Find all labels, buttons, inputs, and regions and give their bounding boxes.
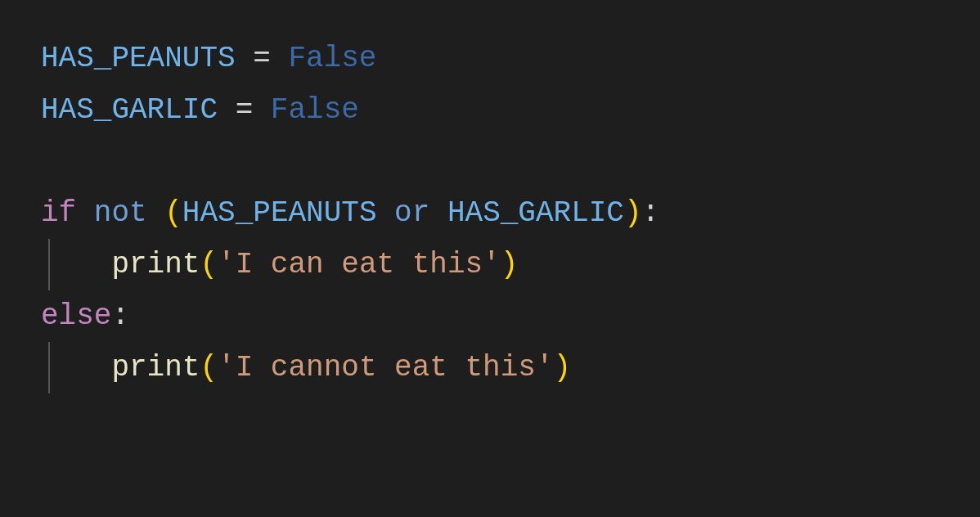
string-literal: 'I can eat this' <box>218 248 501 281</box>
paren-open: ( <box>164 196 182 230</box>
code-line-6: else: <box>41 290 939 342</box>
boolean-literal: False <box>288 42 376 75</box>
code-line-2: HAS_GARLIC = False <box>41 84 939 136</box>
space <box>147 196 165 230</box>
blank-line <box>41 136 939 187</box>
paren-open: ( <box>200 351 218 384</box>
code-line-7: print('I cannot eat this') <box>41 342 939 393</box>
colon: : <box>111 299 129 333</box>
paren-close: ) <box>501 248 519 281</box>
code-line-1: HAS_PEANUTS = False <box>41 33 939 84</box>
code-line-4: if not (HAS_PEANUTS or HAS_GARLIC): <box>41 187 939 239</box>
boolean-literal: False <box>271 93 359 127</box>
space <box>76 196 94 230</box>
keyword-or: or <box>394 196 429 230</box>
space <box>377 196 395 230</box>
keyword-else: else <box>41 299 111 333</box>
function-call: print <box>111 351 200 384</box>
operator: = <box>236 42 289 75</box>
colon: : <box>642 196 660 230</box>
code-block: HAS_PEANUTS = False HAS_GARLIC = False i… <box>41 33 939 393</box>
variable: HAS_PEANUTS <box>41 42 236 75</box>
operator: = <box>218 93 271 127</box>
string-literal: 'I cannot eat this' <box>218 351 553 384</box>
paren-close: ) <box>554 351 572 384</box>
paren-close: ) <box>624 196 642 230</box>
function-call: print <box>111 248 200 281</box>
paren-open: ( <box>200 248 218 281</box>
indent-guide <box>48 239 50 290</box>
variable: HAS_PEANUTS <box>182 196 377 230</box>
variable: HAS_GARLIC <box>447 196 624 230</box>
code-line-5: print('I can eat this') <box>41 239 939 290</box>
space <box>429 196 447 230</box>
indent-guide <box>48 342 50 393</box>
variable: HAS_GARLIC <box>41 93 218 127</box>
keyword-not: not <box>94 196 147 230</box>
keyword-if: if <box>41 196 76 230</box>
